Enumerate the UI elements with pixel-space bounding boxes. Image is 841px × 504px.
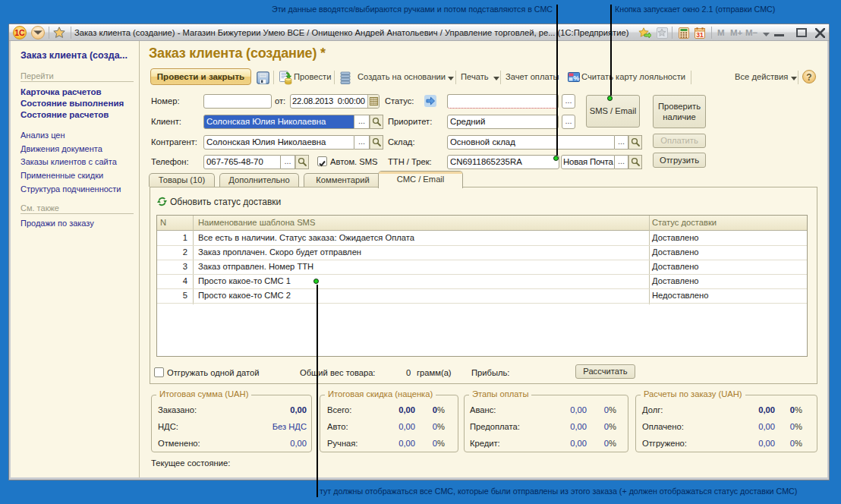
svg-text:31: 31 [696, 31, 704, 39]
svg-text:%: % [573, 74, 579, 82]
